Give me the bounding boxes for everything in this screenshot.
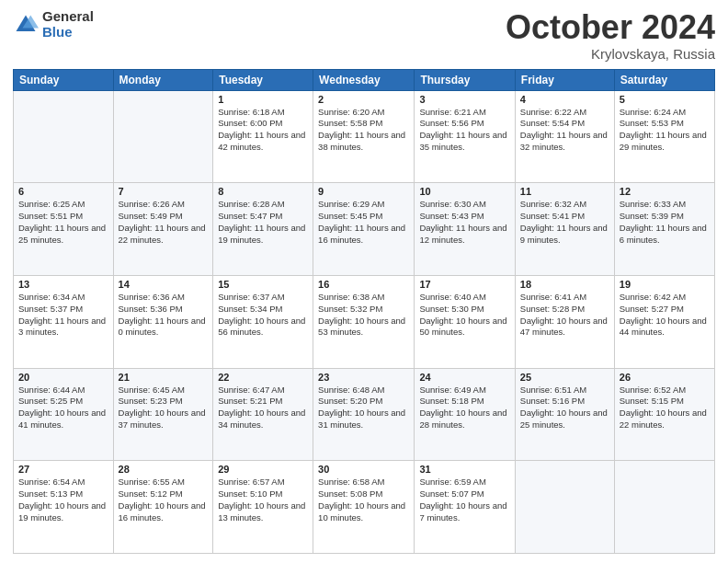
day-number: 12 — [620, 186, 710, 197]
logo-text: General Blue — [42, 9, 94, 40]
calendar-cell: 15Sunrise: 6:37 AM Sunset: 5:34 PM Dayli… — [213, 275, 313, 368]
day-number: 29 — [218, 464, 308, 475]
calendar-cell: 12Sunrise: 6:33 AM Sunset: 5:39 PM Dayli… — [614, 183, 714, 276]
day-info: Sunrise: 6:34 AM Sunset: 5:37 PM Dayligh… — [18, 292, 108, 339]
day-info: Sunrise: 6:21 AM Sunset: 5:56 PM Dayligh… — [419, 107, 509, 154]
day-number: 15 — [218, 279, 308, 290]
logo: General Blue — [13, 9, 94, 40]
day-info: Sunrise: 6:48 AM Sunset: 5:20 PM Dayligh… — [318, 385, 409, 431]
calendar-cell: 10Sunrise: 6:30 AM Sunset: 5:43 PM Dayli… — [415, 183, 515, 276]
day-info: Sunrise: 6:54 AM Sunset: 5:13 PM Dayligh… — [18, 477, 108, 523]
weekday-header-tuesday: Tuesday — [213, 69, 313, 90]
day-info: Sunrise: 6:29 AM Sunset: 5:45 PM Dayligh… — [318, 199, 409, 246]
day-info: Sunrise: 6:59 AM Sunset: 5:07 PM Dayligh… — [419, 477, 509, 523]
calendar-week-3: 13Sunrise: 6:34 AM Sunset: 5:37 PM Dayli… — [14, 275, 715, 368]
day-info: Sunrise: 6:25 AM Sunset: 5:51 PM Dayligh… — [18, 199, 108, 246]
calendar-cell: 11Sunrise: 6:32 AM Sunset: 5:41 PM Dayli… — [515, 183, 614, 276]
day-number: 22 — [218, 372, 308, 383]
calendar-cell: 5Sunrise: 6:24 AM Sunset: 5:53 PM Daylig… — [614, 90, 714, 183]
day-info: Sunrise: 6:57 AM Sunset: 5:10 PM Dayligh… — [218, 477, 308, 523]
weekday-header-thursday: Thursday — [415, 69, 515, 90]
day-number: 8 — [218, 186, 308, 197]
day-info: Sunrise: 6:51 AM Sunset: 5:16 PM Dayligh… — [520, 385, 609, 431]
day-number: 27 — [18, 464, 108, 475]
day-number: 30 — [318, 464, 409, 475]
calendar-cell: 6Sunrise: 6:25 AM Sunset: 5:51 PM Daylig… — [14, 183, 114, 276]
day-number: 20 — [18, 372, 108, 383]
day-info: Sunrise: 6:44 AM Sunset: 5:25 PM Dayligh… — [18, 385, 108, 431]
day-number: 11 — [520, 186, 609, 197]
calendar-cell: 16Sunrise: 6:38 AM Sunset: 5:32 PM Dayli… — [313, 275, 415, 368]
day-number: 28 — [119, 464, 209, 475]
calendar-cell: 7Sunrise: 6:26 AM Sunset: 5:49 PM Daylig… — [113, 183, 213, 276]
day-number: 19 — [620, 279, 710, 290]
day-number: 9 — [318, 186, 409, 197]
calendar-cell: 28Sunrise: 6:55 AM Sunset: 5:12 PM Dayli… — [113, 461, 213, 554]
day-number: 14 — [119, 279, 209, 290]
day-info: Sunrise: 6:58 AM Sunset: 5:08 PM Dayligh… — [318, 477, 409, 523]
location: Krylovskaya, Russia — [506, 46, 715, 62]
day-number: 3 — [419, 94, 509, 105]
day-info: Sunrise: 6:52 AM Sunset: 5:15 PM Dayligh… — [620, 385, 710, 431]
day-info: Sunrise: 6:40 AM Sunset: 5:30 PM Dayligh… — [419, 292, 509, 339]
weekday-header-wednesday: Wednesday — [313, 69, 415, 90]
day-number: 4 — [520, 94, 609, 105]
day-number: 21 — [119, 372, 209, 383]
day-info: Sunrise: 6:22 AM Sunset: 5:54 PM Dayligh… — [520, 107, 609, 154]
day-info: Sunrise: 6:20 AM Sunset: 5:58 PM Dayligh… — [318, 107, 409, 154]
calendar-table: SundayMondayTuesdayWednesdayThursdayFrid… — [13, 69, 715, 554]
day-number: 7 — [119, 186, 209, 197]
calendar-cell: 20Sunrise: 6:44 AM Sunset: 5:25 PM Dayli… — [14, 368, 114, 461]
day-number: 23 — [318, 372, 409, 383]
weekday-header-friday: Friday — [515, 69, 614, 90]
day-info: Sunrise: 6:18 AM Sunset: 6:00 PM Dayligh… — [218, 107, 308, 154]
calendar-week-1: 1Sunrise: 6:18 AM Sunset: 6:00 PM Daylig… — [14, 90, 715, 183]
calendar-cell: 18Sunrise: 6:41 AM Sunset: 5:28 PM Dayli… — [515, 275, 614, 368]
day-info: Sunrise: 6:28 AM Sunset: 5:47 PM Dayligh… — [218, 199, 308, 246]
day-info: Sunrise: 6:24 AM Sunset: 5:53 PM Dayligh… — [620, 107, 710, 154]
calendar-header-row: SundayMondayTuesdayWednesdayThursdayFrid… — [14, 69, 715, 90]
day-info: Sunrise: 6:41 AM Sunset: 5:28 PM Dayligh… — [520, 292, 609, 339]
day-number: 2 — [318, 94, 409, 105]
calendar-week-5: 27Sunrise: 6:54 AM Sunset: 5:13 PM Dayli… — [14, 461, 715, 554]
calendar-cell: 23Sunrise: 6:48 AM Sunset: 5:20 PM Dayli… — [313, 368, 415, 461]
calendar-cell — [113, 90, 213, 183]
calendar-cell: 1Sunrise: 6:18 AM Sunset: 6:00 PM Daylig… — [213, 90, 313, 183]
day-number: 17 — [419, 279, 509, 290]
page: General Blue October 2024 Krylovskaya, R… — [0, 0, 728, 563]
calendar-cell: 21Sunrise: 6:45 AM Sunset: 5:23 PM Dayli… — [113, 368, 213, 461]
calendar-cell: 27Sunrise: 6:54 AM Sunset: 5:13 PM Dayli… — [14, 461, 114, 554]
day-number: 13 — [18, 279, 108, 290]
calendar-cell: 26Sunrise: 6:52 AM Sunset: 5:15 PM Dayli… — [614, 368, 714, 461]
calendar-week-2: 6Sunrise: 6:25 AM Sunset: 5:51 PM Daylig… — [14, 183, 715, 276]
logo-blue: Blue — [42, 25, 94, 40]
day-info: Sunrise: 6:38 AM Sunset: 5:32 PM Dayligh… — [318, 292, 409, 339]
calendar-cell: 19Sunrise: 6:42 AM Sunset: 5:27 PM Dayli… — [614, 275, 714, 368]
calendar-cell: 2Sunrise: 6:20 AM Sunset: 5:58 PM Daylig… — [313, 90, 415, 183]
day-info: Sunrise: 6:26 AM Sunset: 5:49 PM Dayligh… — [119, 199, 209, 246]
weekday-header-monday: Monday — [113, 69, 213, 90]
calendar-cell — [515, 461, 614, 554]
header: General Blue October 2024 Krylovskaya, R… — [13, 9, 715, 62]
calendar-cell: 9Sunrise: 6:29 AM Sunset: 5:45 PM Daylig… — [313, 183, 415, 276]
calendar-cell: 24Sunrise: 6:49 AM Sunset: 5:18 PM Dayli… — [415, 368, 515, 461]
calendar-cell — [14, 90, 114, 183]
day-number: 24 — [419, 372, 509, 383]
calendar-cell: 4Sunrise: 6:22 AM Sunset: 5:54 PM Daylig… — [515, 90, 614, 183]
day-number: 16 — [318, 279, 409, 290]
day-info: Sunrise: 6:49 AM Sunset: 5:18 PM Dayligh… — [419, 385, 509, 431]
calendar-cell: 13Sunrise: 6:34 AM Sunset: 5:37 PM Dayli… — [14, 275, 114, 368]
day-info: Sunrise: 6:42 AM Sunset: 5:27 PM Dayligh… — [620, 292, 710, 339]
title-block: October 2024 Krylovskaya, Russia — [506, 9, 715, 62]
calendar-cell — [614, 461, 714, 554]
month-title: October 2024 — [506, 9, 715, 46]
calendar-cell: 17Sunrise: 6:40 AM Sunset: 5:30 PM Dayli… — [415, 275, 515, 368]
calendar-week-4: 20Sunrise: 6:44 AM Sunset: 5:25 PM Dayli… — [14, 368, 715, 461]
calendar-cell: 25Sunrise: 6:51 AM Sunset: 5:16 PM Dayli… — [515, 368, 614, 461]
calendar-cell: 22Sunrise: 6:47 AM Sunset: 5:21 PM Dayli… — [213, 368, 313, 461]
day-number: 18 — [520, 279, 609, 290]
day-info: Sunrise: 6:55 AM Sunset: 5:12 PM Dayligh… — [119, 477, 209, 523]
logo-icon — [13, 12, 39, 38]
weekday-header-saturday: Saturday — [614, 69, 714, 90]
day-number: 6 — [18, 186, 108, 197]
